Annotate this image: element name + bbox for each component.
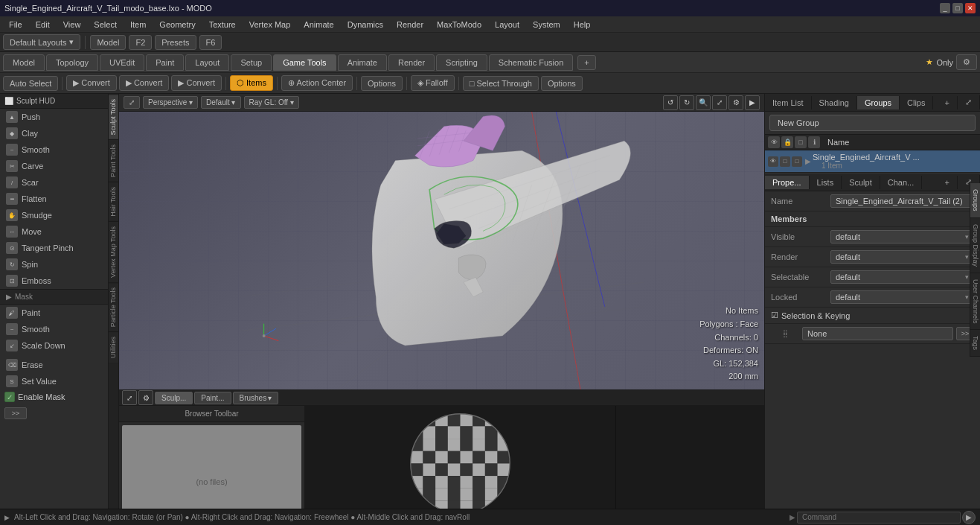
- tool-tangent-pinch[interactable]: ⊙ Tangent Pinch: [0, 240, 108, 256]
- groups-render-icon[interactable]: □: [795, 136, 807, 148]
- groups-eye-icon[interactable]: 👁: [768, 136, 780, 148]
- bottom-settings-button[interactable]: ⚙: [138, 390, 153, 405]
- groups-info-icon[interactable]: ℹ: [808, 136, 820, 148]
- vtab-utilities[interactable]: Utilities: [109, 331, 118, 363]
- mode-model[interactable]: Model: [90, 35, 126, 50]
- options-button-1[interactable]: Options: [361, 76, 403, 91]
- rp-tab-groups[interactable]: Groups: [857, 96, 900, 109]
- vtab-particle-tools[interactable]: Particle Tools: [109, 282, 118, 331]
- command-input[interactable]: [797, 512, 961, 524]
- rp-tab-shading[interactable]: Shading: [812, 96, 857, 109]
- group-row-aircraft[interactable]: 👁 □ □ ▶ Single_Engined_Aircraft_V ... 1 …: [765, 150, 980, 173]
- auto-select-button[interactable]: Auto Select: [3, 76, 58, 91]
- tab-topology[interactable]: Topology: [46, 54, 98, 71]
- vtab-vertex-map-tools[interactable]: Vertex Map Tools: [109, 221, 118, 282]
- rvtab-group-display[interactable]: Group Display: [970, 218, 980, 273]
- tool-emboss[interactable]: ⊡ Emboss: [0, 273, 108, 289]
- menu-help[interactable]: Help: [568, 19, 597, 31]
- props-tab-add[interactable]: +: [938, 176, 958, 189]
- menu-layout[interactable]: Layout: [489, 19, 525, 31]
- group-lock-icon[interactable]: □: [792, 156, 802, 167]
- options-button-2[interactable]: Options: [541, 76, 583, 91]
- menu-render[interactable]: Render: [391, 19, 429, 31]
- action-center-button[interactable]: ⊕ Action Center: [281, 75, 353, 91]
- enable-mask-checkbox[interactable]: ✓: [4, 392, 15, 402]
- tab-uvedit[interactable]: UVEdit: [100, 54, 144, 71]
- props-tab-properties[interactable]: Prope...: [765, 176, 810, 189]
- add-tab-button[interactable]: +: [577, 55, 595, 70]
- menu-dynamics[interactable]: Dynamics: [342, 19, 389, 31]
- tab-animate[interactable]: Animate: [338, 54, 387, 71]
- viewport-ctrl-refresh[interactable]: ↻: [679, 95, 694, 110]
- layout-settings-button[interactable]: ⚙: [956, 54, 977, 70]
- name-field-input[interactable]: [830, 194, 974, 208]
- tool-flatten[interactable]: ━ Flatten: [0, 191, 108, 207]
- menu-system[interactable]: System: [527, 19, 566, 31]
- menu-item[interactable]: Item: [124, 19, 152, 31]
- convert-button-2[interactable]: ▶ Convert: [119, 75, 170, 91]
- rp-tab-item-list[interactable]: Item List: [765, 96, 812, 109]
- tool-clay[interactable]: ◆ Clay: [0, 125, 108, 141]
- mode-f2[interactable]: F2: [129, 35, 152, 50]
- vtab-paint-tools[interactable]: Paint Tools: [109, 139, 118, 182]
- menu-edit[interactable]: Edit: [30, 19, 56, 31]
- bottom-tab-brushes[interactable]: Brushes ▾: [233, 392, 279, 404]
- props-tab-lists[interactable]: Lists: [810, 176, 842, 189]
- viewport[interactable]: ⤢ Perspective ▾ Default ▾ Ray GL: Off ▾ …: [119, 94, 764, 389]
- viewport-expand-button[interactable]: ⤢: [124, 96, 140, 109]
- viewport-ctrl-search[interactable]: 🔍: [696, 95, 711, 110]
- props-tab-sculpt[interactable]: Sculpt: [842, 176, 880, 189]
- tool-scar[interactable]: / Scar: [0, 174, 108, 191]
- items-button[interactable]: ⬡ Items: [230, 75, 273, 91]
- groups-lock-icon[interactable]: 🔒: [781, 136, 793, 148]
- tool-carve[interactable]: ✂ Carve: [0, 158, 108, 174]
- tab-layout[interactable]: Layout: [185, 54, 229, 71]
- bottom-expand-button[interactable]: ⤢: [122, 390, 137, 405]
- bottom-tab-sculpt[interactable]: Sculp...: [155, 392, 193, 404]
- default-layouts-dropdown[interactable]: Default Layouts ▾: [3, 34, 80, 50]
- selectable-dropdown[interactable]: default ▾: [830, 270, 974, 284]
- viewport-ctrl-settings[interactable]: ⚙: [728, 95, 743, 110]
- tab-scripting[interactable]: Scripting: [436, 54, 487, 71]
- rp-tab-expand[interactable]: ⤢: [958, 95, 980, 109]
- tab-schematic-fusion[interactable]: Schematic Fusion: [489, 54, 573, 71]
- rp-tab-plus[interactable]: +: [938, 96, 958, 109]
- expand-tools-button[interactable]: >>: [4, 407, 27, 419]
- tool-spin[interactable]: ↻ Spin: [0, 256, 108, 273]
- locked-dropdown[interactable]: default ▾: [830, 290, 974, 304]
- tool-mask-smooth[interactable]: ~ Smooth: [0, 321, 108, 337]
- rvtab-tags[interactable]: Tags: [970, 330, 980, 357]
- menu-maxtomodo[interactable]: MaxToModo: [431, 19, 487, 31]
- new-group-button[interactable]: New Group: [769, 115, 976, 131]
- menu-texture[interactable]: Texture: [203, 19, 242, 31]
- tool-move[interactable]: ↔ Move: [0, 223, 108, 240]
- tool-smooth[interactable]: ~ Smooth: [0, 141, 108, 158]
- falloff-button[interactable]: ◈ Falloff: [411, 75, 455, 91]
- tab-model[interactable]: Model: [3, 54, 45, 71]
- menu-select[interactable]: Select: [88, 19, 123, 31]
- keying-dropdown[interactable]: None: [802, 327, 953, 340]
- menu-vertex-map[interactable]: Vertex Map: [243, 19, 297, 31]
- menu-animate[interactable]: Animate: [298, 19, 339, 31]
- vtab-sculpt-tools[interactable]: Sculpt Tools: [109, 94, 118, 139]
- select-through-button[interactable]: □ Select Through: [463, 76, 539, 91]
- shading-dropdown[interactable]: Default ▾: [201, 96, 240, 109]
- tool-push[interactable]: ▲ Push: [0, 109, 108, 125]
- minimize-button[interactable]: _: [940, 3, 950, 13]
- tool-smudge[interactable]: ✋ Smudge: [0, 207, 108, 223]
- menu-view[interactable]: View: [57, 19, 87, 31]
- mode-presets[interactable]: Presets: [155, 35, 196, 50]
- perspective-dropdown[interactable]: Perspective ▾: [143, 96, 198, 109]
- tab-setup[interactable]: Setup: [231, 54, 272, 71]
- render-dropdown[interactable]: default ▾: [830, 250, 974, 264]
- convert-button-3[interactable]: ▶ Convert: [171, 75, 222, 91]
- tool-erase[interactable]: ⌫ Erase: [0, 357, 108, 373]
- bottom-tab-paint[interactable]: Paint...: [194, 392, 231, 404]
- mode-f6[interactable]: F6: [199, 35, 222, 50]
- rvtab-user-channels[interactable]: User Channels: [970, 273, 980, 331]
- rp-tab-clips[interactable]: Clips: [900, 96, 933, 109]
- tab-render[interactable]: Render: [388, 54, 435, 71]
- render-mode-button[interactable]: Ray GL: Off ▾: [244, 96, 299, 109]
- viewport-ctrl-fit[interactable]: ⤢: [712, 95, 727, 110]
- command-go-button[interactable]: ▶: [962, 511, 976, 524]
